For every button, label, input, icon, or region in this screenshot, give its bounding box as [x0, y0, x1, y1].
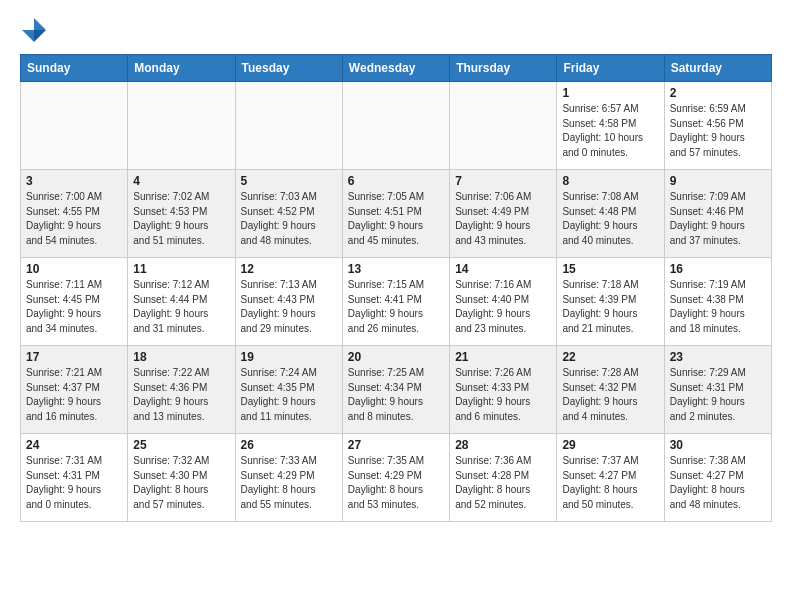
day-cell: 22Sunrise: 7:28 AM Sunset: 4:32 PM Dayli…: [557, 346, 664, 434]
day-cell: [21, 82, 128, 170]
header-cell-monday: Monday: [128, 55, 235, 82]
day-number: 24: [26, 438, 122, 452]
day-cell: 3Sunrise: 7:00 AM Sunset: 4:55 PM Daylig…: [21, 170, 128, 258]
day-cell: 17Sunrise: 7:21 AM Sunset: 4:37 PM Dayli…: [21, 346, 128, 434]
day-cell: 19Sunrise: 7:24 AM Sunset: 4:35 PM Dayli…: [235, 346, 342, 434]
day-info: Sunrise: 7:03 AM Sunset: 4:52 PM Dayligh…: [241, 190, 337, 248]
day-info: Sunrise: 7:33 AM Sunset: 4:29 PM Dayligh…: [241, 454, 337, 512]
day-number: 6: [348, 174, 444, 188]
day-number: 17: [26, 350, 122, 364]
day-info: Sunrise: 7:31 AM Sunset: 4:31 PM Dayligh…: [26, 454, 122, 512]
day-cell: 9Sunrise: 7:09 AM Sunset: 4:46 PM Daylig…: [664, 170, 771, 258]
day-info: Sunrise: 7:19 AM Sunset: 4:38 PM Dayligh…: [670, 278, 766, 336]
header-row: SundayMondayTuesdayWednesdayThursdayFrid…: [21, 55, 772, 82]
header: [20, 16, 772, 44]
week-row-5: 24Sunrise: 7:31 AM Sunset: 4:31 PM Dayli…: [21, 434, 772, 522]
header-cell-saturday: Saturday: [664, 55, 771, 82]
day-number: 5: [241, 174, 337, 188]
day-cell: [342, 82, 449, 170]
day-info: Sunrise: 7:32 AM Sunset: 4:30 PM Dayligh…: [133, 454, 229, 512]
day-info: Sunrise: 7:37 AM Sunset: 4:27 PM Dayligh…: [562, 454, 658, 512]
week-row-2: 3Sunrise: 7:00 AM Sunset: 4:55 PM Daylig…: [21, 170, 772, 258]
day-number: 16: [670, 262, 766, 276]
day-info: Sunrise: 7:26 AM Sunset: 4:33 PM Dayligh…: [455, 366, 551, 424]
day-number: 29: [562, 438, 658, 452]
svg-marker-3: [34, 30, 46, 42]
logo: [20, 16, 52, 44]
day-number: 11: [133, 262, 229, 276]
day-number: 10: [26, 262, 122, 276]
header-cell-thursday: Thursday: [450, 55, 557, 82]
day-info: Sunrise: 7:24 AM Sunset: 4:35 PM Dayligh…: [241, 366, 337, 424]
day-cell: 10Sunrise: 7:11 AM Sunset: 4:45 PM Dayli…: [21, 258, 128, 346]
header-cell-friday: Friday: [557, 55, 664, 82]
day-info: Sunrise: 7:16 AM Sunset: 4:40 PM Dayligh…: [455, 278, 551, 336]
header-cell-wednesday: Wednesday: [342, 55, 449, 82]
day-info: Sunrise: 7:22 AM Sunset: 4:36 PM Dayligh…: [133, 366, 229, 424]
logo-icon: [20, 16, 48, 44]
header-cell-tuesday: Tuesday: [235, 55, 342, 82]
calendar-table: SundayMondayTuesdayWednesdayThursdayFrid…: [20, 54, 772, 522]
day-number: 3: [26, 174, 122, 188]
header-cell-sunday: Sunday: [21, 55, 128, 82]
day-number: 7: [455, 174, 551, 188]
day-info: Sunrise: 7:08 AM Sunset: 4:48 PM Dayligh…: [562, 190, 658, 248]
day-cell: 2Sunrise: 6:59 AM Sunset: 4:56 PM Daylig…: [664, 82, 771, 170]
day-info: Sunrise: 7:02 AM Sunset: 4:53 PM Dayligh…: [133, 190, 229, 248]
day-info: Sunrise: 7:25 AM Sunset: 4:34 PM Dayligh…: [348, 366, 444, 424]
day-info: Sunrise: 7:21 AM Sunset: 4:37 PM Dayligh…: [26, 366, 122, 424]
day-cell: 13Sunrise: 7:15 AM Sunset: 4:41 PM Dayli…: [342, 258, 449, 346]
day-number: 15: [562, 262, 658, 276]
week-row-3: 10Sunrise: 7:11 AM Sunset: 4:45 PM Dayli…: [21, 258, 772, 346]
day-cell: 5Sunrise: 7:03 AM Sunset: 4:52 PM Daylig…: [235, 170, 342, 258]
day-cell: 26Sunrise: 7:33 AM Sunset: 4:29 PM Dayli…: [235, 434, 342, 522]
day-info: Sunrise: 7:05 AM Sunset: 4:51 PM Dayligh…: [348, 190, 444, 248]
day-number: 23: [670, 350, 766, 364]
week-row-4: 17Sunrise: 7:21 AM Sunset: 4:37 PM Dayli…: [21, 346, 772, 434]
day-cell: 14Sunrise: 7:16 AM Sunset: 4:40 PM Dayli…: [450, 258, 557, 346]
day-cell: [450, 82, 557, 170]
day-number: 9: [670, 174, 766, 188]
day-info: Sunrise: 7:12 AM Sunset: 4:44 PM Dayligh…: [133, 278, 229, 336]
day-cell: 25Sunrise: 7:32 AM Sunset: 4:30 PM Dayli…: [128, 434, 235, 522]
day-number: 13: [348, 262, 444, 276]
day-info: Sunrise: 7:38 AM Sunset: 4:27 PM Dayligh…: [670, 454, 766, 512]
day-info: Sunrise: 7:35 AM Sunset: 4:29 PM Dayligh…: [348, 454, 444, 512]
day-info: Sunrise: 7:36 AM Sunset: 4:28 PM Dayligh…: [455, 454, 551, 512]
day-number: 14: [455, 262, 551, 276]
day-cell: 18Sunrise: 7:22 AM Sunset: 4:36 PM Dayli…: [128, 346, 235, 434]
day-cell: 28Sunrise: 7:36 AM Sunset: 4:28 PM Dayli…: [450, 434, 557, 522]
day-number: 18: [133, 350, 229, 364]
day-info: Sunrise: 7:28 AM Sunset: 4:32 PM Dayligh…: [562, 366, 658, 424]
day-cell: 30Sunrise: 7:38 AM Sunset: 4:27 PM Dayli…: [664, 434, 771, 522]
day-cell: 4Sunrise: 7:02 AM Sunset: 4:53 PM Daylig…: [128, 170, 235, 258]
page: SundayMondayTuesdayWednesdayThursdayFrid…: [0, 0, 792, 538]
day-cell: 1Sunrise: 6:57 AM Sunset: 4:58 PM Daylig…: [557, 82, 664, 170]
day-number: 8: [562, 174, 658, 188]
svg-marker-2: [22, 30, 34, 42]
day-info: Sunrise: 7:29 AM Sunset: 4:31 PM Dayligh…: [670, 366, 766, 424]
day-number: 1: [562, 86, 658, 100]
day-cell: 27Sunrise: 7:35 AM Sunset: 4:29 PM Dayli…: [342, 434, 449, 522]
day-cell: 11Sunrise: 7:12 AM Sunset: 4:44 PM Dayli…: [128, 258, 235, 346]
day-info: Sunrise: 7:11 AM Sunset: 4:45 PM Dayligh…: [26, 278, 122, 336]
day-cell: 29Sunrise: 7:37 AM Sunset: 4:27 PM Dayli…: [557, 434, 664, 522]
day-number: 12: [241, 262, 337, 276]
day-number: 30: [670, 438, 766, 452]
day-info: Sunrise: 7:09 AM Sunset: 4:46 PM Dayligh…: [670, 190, 766, 248]
day-cell: 24Sunrise: 7:31 AM Sunset: 4:31 PM Dayli…: [21, 434, 128, 522]
day-number: 20: [348, 350, 444, 364]
day-info: Sunrise: 7:15 AM Sunset: 4:41 PM Dayligh…: [348, 278, 444, 336]
day-cell: [235, 82, 342, 170]
day-cell: 7Sunrise: 7:06 AM Sunset: 4:49 PM Daylig…: [450, 170, 557, 258]
day-cell: 20Sunrise: 7:25 AM Sunset: 4:34 PM Dayli…: [342, 346, 449, 434]
day-number: 22: [562, 350, 658, 364]
day-cell: 15Sunrise: 7:18 AM Sunset: 4:39 PM Dayli…: [557, 258, 664, 346]
day-cell: 21Sunrise: 7:26 AM Sunset: 4:33 PM Dayli…: [450, 346, 557, 434]
day-info: Sunrise: 7:00 AM Sunset: 4:55 PM Dayligh…: [26, 190, 122, 248]
day-info: Sunrise: 7:18 AM Sunset: 4:39 PM Dayligh…: [562, 278, 658, 336]
day-info: Sunrise: 6:57 AM Sunset: 4:58 PM Dayligh…: [562, 102, 658, 160]
day-number: 2: [670, 86, 766, 100]
day-number: 27: [348, 438, 444, 452]
day-cell: 23Sunrise: 7:29 AM Sunset: 4:31 PM Dayli…: [664, 346, 771, 434]
